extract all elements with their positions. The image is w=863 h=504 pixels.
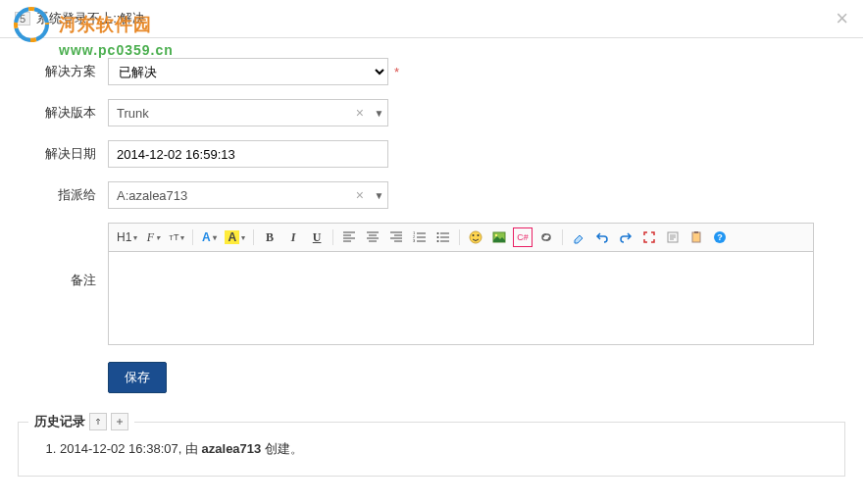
paste-button[interactable] [686, 227, 706, 247]
unordered-list-button[interactable] [433, 227, 453, 247]
eraser-button[interactable] [569, 227, 588, 247]
align-center-button[interactable] [363, 227, 382, 247]
modal-header: 5 系统登录不上::解决 × [0, 0, 863, 38]
code-button[interactable]: C# [513, 227, 533, 247]
chevron-down-icon[interactable]: ▼ [370, 190, 387, 201]
svg-rect-14 [692, 232, 700, 242]
link-button[interactable] [536, 227, 556, 247]
separator [562, 229, 563, 245]
svg-point-8 [470, 231, 482, 243]
hilitecolor-button[interactable]: A [223, 227, 247, 247]
bug-id-badge: 5 [15, 12, 30, 25]
editor-toolbar: H1 F TT A A B I U 123 [108, 223, 814, 252]
resolve-bug-modal: 河东软件园 www.pc0359.cn 5 系统登录不上::解决 × 解决方案 … [0, 0, 863, 477]
resolved-date-label: 解决日期 [29, 145, 108, 163]
history-list: 2014-12-02 16:38:07, 由 azalea713 创建。 [32, 440, 831, 458]
fullscreen-button[interactable] [639, 227, 659, 247]
close-button[interactable]: × [836, 8, 848, 29]
svg-rect-15 [694, 231, 698, 233]
italic-button[interactable]: I [283, 227, 303, 247]
separator [253, 229, 254, 245]
fontsize-button[interactable]: TT [167, 227, 186, 247]
align-left-button[interactable] [339, 227, 359, 247]
undo-button[interactable] [592, 227, 612, 247]
svg-point-12 [495, 234, 497, 236]
clear-icon[interactable]: × [350, 187, 370, 203]
rich-text-editor: H1 F TT A A B I U 123 [108, 223, 814, 348]
required-star-icon: * [394, 65, 399, 79]
modal-title: 系统登录不上::解决 [36, 10, 145, 27]
separator [459, 229, 460, 245]
svg-point-5 [437, 232, 439, 234]
assigned-to-value: A:azalea713 [109, 186, 350, 205]
image-button[interactable] [489, 227, 509, 247]
bold-button[interactable]: B [260, 227, 279, 247]
heading-button[interactable]: H1 [115, 227, 139, 247]
resolved-build-label: 解决版本 [29, 104, 108, 122]
chevron-down-icon[interactable]: ▼ [370, 108, 387, 119]
underline-button[interactable]: U [307, 227, 327, 247]
history-user: azalea713 [202, 441, 262, 456]
history-panel: 历史记录 2014-12-02 16:38:07, 由 azalea713 创建… [18, 422, 845, 477]
history-time: 2014-12-02 16:38:07 [60, 441, 178, 456]
ordered-list-button[interactable]: 123 [410, 227, 430, 247]
save-button[interactable]: 保存 [108, 362, 167, 393]
svg-point-6 [437, 236, 439, 238]
assigned-to-label: 指派给 [29, 186, 108, 204]
resolved-build-value: Trunk [109, 104, 350, 123]
separator [332, 229, 333, 245]
modal-body: 解决方案 已解决 * 解决版本 Trunk × ▼ 解决日期 [0, 38, 863, 422]
resolution-label: 解决方案 [29, 63, 108, 80]
fontfamily-button[interactable]: F [143, 227, 163, 247]
assigned-to-select[interactable]: A:azalea713 × ▼ [108, 181, 388, 209]
forecolor-button[interactable]: A [199, 227, 219, 247]
svg-point-9 [473, 234, 475, 236]
clear-icon[interactable]: × [350, 105, 370, 121]
resolution-select[interactable]: 已解决 [108, 58, 388, 85]
emoticon-button[interactable] [466, 227, 485, 247]
svg-point-10 [478, 234, 480, 236]
help-button[interactable]: ? [710, 227, 730, 247]
svg-text:?: ? [717, 232, 723, 242]
remark-label: 备注 [29, 223, 108, 289]
history-item: 2014-12-02 16:38:07, 由 azalea713 创建。 [60, 440, 831, 458]
separator [192, 229, 193, 245]
redo-button[interactable] [616, 227, 635, 247]
source-button[interactable] [663, 227, 683, 247]
resolved-date-input[interactable] [108, 140, 388, 168]
svg-text:3: 3 [413, 238, 416, 243]
remark-textarea[interactable] [108, 252, 814, 345]
align-right-button[interactable] [386, 227, 406, 247]
svg-point-7 [437, 240, 439, 242]
resolved-build-select[interactable]: Trunk × ▼ [108, 99, 388, 126]
